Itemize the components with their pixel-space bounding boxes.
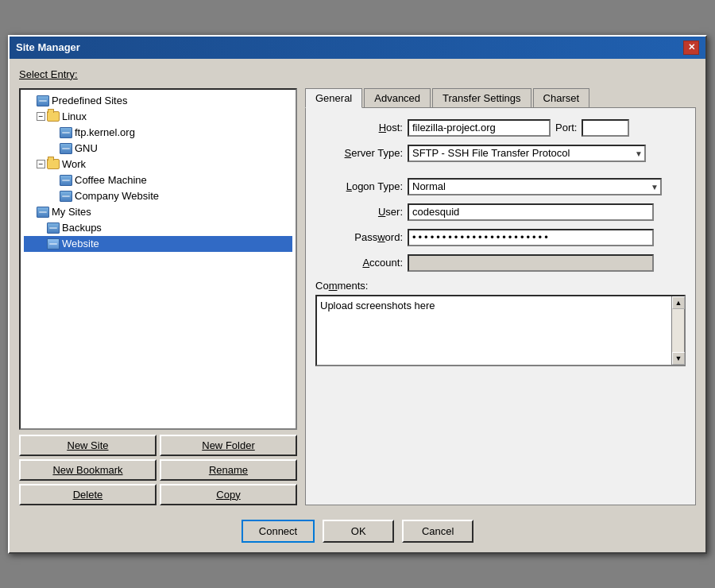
cancel-label: Cancel: [422, 525, 454, 537]
work-collapse-icon[interactable]: −: [37, 160, 45, 168]
password-input[interactable]: [408, 229, 654, 246]
new-folder-button[interactable]: New Folder: [160, 435, 297, 456]
tab-transfer-settings[interactable]: Transfer Settings: [432, 88, 531, 108]
scroll-down-button[interactable]: ▼: [672, 352, 685, 365]
coffee-machine-label: Coffee Machine: [75, 174, 147, 186]
tree-item-linux[interactable]: − Linux: [24, 109, 292, 125]
gnu-label: GNU: [75, 142, 98, 154]
password-label: Password:: [315, 231, 403, 243]
server-type-label: Server Type:: [315, 147, 403, 159]
tab-general[interactable]: General: [305, 88, 362, 108]
main-content: Predefined Sites − Linux: [19, 88, 696, 505]
new-site-label: New Site: [67, 439, 108, 451]
port-input[interactable]: [582, 119, 629, 137]
bottom-buttons: Connect OK Cancel: [19, 513, 696, 543]
account-row: Account:: [315, 254, 686, 272]
tab-charset[interactable]: Charset: [533, 88, 590, 108]
tree-item-predefined-sites[interactable]: Predefined Sites: [24, 93, 292, 109]
tree-item-work[interactable]: − Work: [24, 157, 292, 172]
copy-label: Copy: [216, 489, 240, 501]
comments-label: Comments:: [315, 280, 686, 292]
right-panel: General Advanced Transfer Settings Chars…: [305, 88, 696, 505]
comments-container: Upload screenshots here ▲ ▼: [315, 295, 686, 366]
ftp-kernel-label: ftp.kernel.org: [75, 126, 135, 138]
left-button-grid: New Site New Folder New Bookmark Rename …: [19, 435, 297, 505]
comments-section: Comments: Upload screenshots here ▲ ▼: [315, 280, 686, 366]
tab-advanced[interactable]: Advanced: [364, 88, 431, 108]
ok-label: OK: [351, 525, 366, 537]
cancel-button[interactable]: Cancel: [402, 520, 473, 543]
tree-item-company-website[interactable]: Company Website: [24, 188, 292, 204]
new-folder-label: New Folder: [202, 439, 255, 451]
tree-item-my-sites[interactable]: My Sites: [24, 204, 292, 220]
close-button[interactable]: ✕: [683, 41, 699, 55]
server-type-wrapper: FTP - File Transfer Protocol SFTP - SSH …: [408, 145, 646, 162]
connect-label: Connect: [259, 525, 297, 537]
linux-collapse-icon[interactable]: −: [37, 112, 45, 121]
tree-item-ftp-kernel[interactable]: ftp.kernel.org: [24, 125, 292, 141]
tree-item-coffee-machine[interactable]: Coffee Machine: [24, 172, 292, 188]
logon-type-wrapper: Anonymous Normal Ask for password Intera…: [408, 178, 662, 195]
port-label: Port:: [555, 122, 577, 133]
company-website-label: Company Website: [75, 190, 159, 202]
tab-content-general: Host: Port: Server Type: FTP - File Tran…: [305, 107, 696, 505]
rename-label: Rename: [209, 464, 248, 476]
linux-label: Linux: [62, 110, 87, 122]
host-label: Host:: [315, 122, 403, 133]
scroll-up-button[interactable]: ▲: [672, 296, 685, 309]
connect-button[interactable]: Connect: [242, 520, 315, 543]
tree-item-gnu[interactable]: GNU: [24, 141, 292, 157]
new-site-button[interactable]: New Site: [19, 435, 157, 456]
my-sites-label: My Sites: [52, 206, 91, 218]
new-bookmark-label: New Bookmark: [52, 464, 122, 476]
title-bar: Site Manager ✕: [10, 37, 705, 59]
rename-button[interactable]: Rename: [160, 459, 297, 481]
user-row: User:: [315, 203, 686, 221]
server-type-row: Server Type: FTP - File Transfer Protoco…: [315, 145, 686, 162]
site-manager-dialog: Site Manager ✕ Select Entry: Predefined …: [8, 35, 707, 554]
comments-scrollbar: ▲ ▼: [671, 296, 684, 365]
title-bar-text: Site Manager: [16, 41, 80, 53]
left-panel: Predefined Sites − Linux: [19, 88, 297, 505]
copy-button[interactable]: Copy: [160, 484, 297, 505]
comments-textarea[interactable]: Upload screenshots here: [317, 296, 671, 365]
password-row: Password:: [315, 229, 686, 246]
predefined-sites-label: Predefined Sites: [52, 95, 127, 106]
logon-type-row: Logon Type: Anonymous Normal Ask for pas…: [315, 178, 686, 195]
logon-type-select[interactable]: Anonymous Normal Ask for password Intera…: [408, 178, 662, 195]
tabs-bar: General Advanced Transfer Settings Chars…: [305, 88, 696, 108]
tree-item-website[interactable]: Website: [24, 236, 292, 252]
host-row: Host: Port:: [315, 119, 686, 137]
website-label: Website: [62, 238, 99, 250]
new-bookmark-button[interactable]: New Bookmark: [19, 459, 157, 481]
scroll-track[interactable]: [672, 309, 684, 352]
tree-item-backups[interactable]: Backups: [24, 220, 292, 236]
tree-container[interactable]: Predefined Sites − Linux: [19, 88, 297, 430]
backups-label: Backups: [62, 222, 102, 234]
dialog-body: Select Entry: Predefined Sites −: [10, 59, 705, 552]
delete-button[interactable]: Delete: [19, 484, 157, 505]
ok-button[interactable]: OK: [323, 520, 394, 543]
user-label: User:: [315, 206, 403, 218]
select-entry-label: Select Entry:: [19, 68, 696, 80]
user-input[interactable]: [408, 203, 654, 221]
delete-label: Delete: [73, 489, 103, 501]
account-label: Account:: [315, 257, 403, 269]
host-input[interactable]: [408, 119, 551, 137]
account-input[interactable]: [408, 254, 654, 272]
work-label: Work: [62, 158, 86, 170]
server-type-select[interactable]: FTP - File Transfer Protocol SFTP - SSH …: [408, 145, 646, 162]
logon-type-label: Logon Type:: [315, 180, 403, 192]
